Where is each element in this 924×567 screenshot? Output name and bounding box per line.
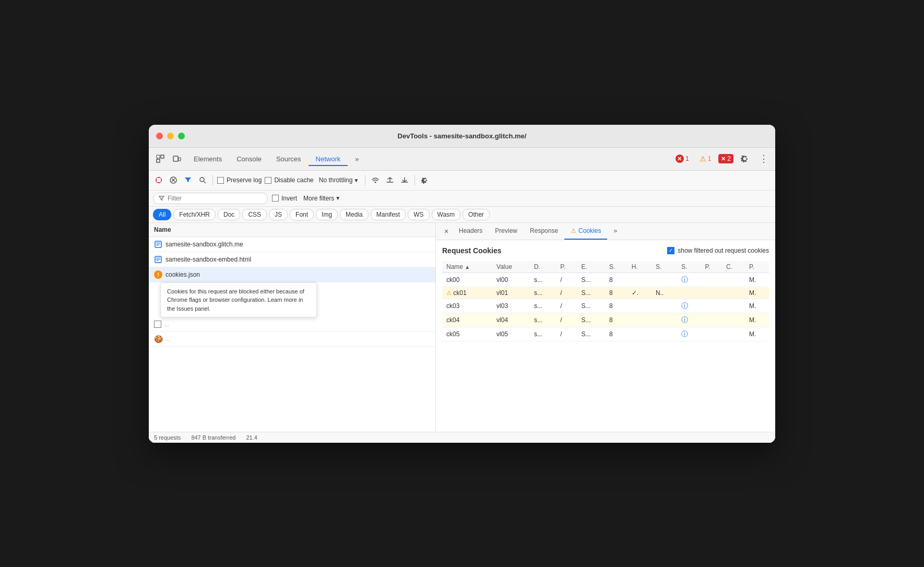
- filter-css[interactable]: CSS: [242, 209, 267, 220]
- tab-headers[interactable]: Headers: [453, 223, 489, 240]
- issue-x-icon: ✕: [721, 156, 726, 162]
- tab-response[interactable]: Response: [524, 223, 564, 240]
- col-p[interactable]: P.: [556, 261, 577, 273]
- col-e[interactable]: E.: [577, 261, 605, 273]
- device-toggle-icon[interactable]: [170, 151, 184, 166]
- col-s2[interactable]: S.: [651, 261, 677, 273]
- cookie-row-ck01[interactable]: ⚠ ck01 vl01 s... / S... 8 ✓. N..: [442, 287, 769, 299]
- cookie-row-ck04[interactable]: ck04 vl04 s... / S... 8 ⓘ: [442, 313, 769, 327]
- cookie-row-ck03[interactable]: ck03 vl03 s... / S... 8 ⓘ: [442, 299, 769, 313]
- col-value[interactable]: Value: [492, 261, 530, 273]
- error-count[interactable]: ✕ 1: [672, 153, 692, 164]
- col-name[interactable]: Name ▲: [442, 261, 492, 273]
- search-icon[interactable]: [197, 174, 208, 186]
- info-icon-2[interactable]: ⓘ: [681, 302, 688, 310]
- filter-type-bar: All Fetch/XHR Doc CSS JS Font Img Media …: [149, 207, 775, 223]
- preserve-log-checkbox[interactable]: [217, 177, 224, 184]
- col-h[interactable]: H.: [627, 261, 651, 273]
- warning-count[interactable]: ⚠ 1: [696, 153, 715, 164]
- disable-cache-checkbox[interactable]: [265, 177, 271, 184]
- preserve-log-label[interactable]: Preserve log: [217, 176, 262, 184]
- file-item-extra2[interactable]: 🍪 ...: [149, 332, 435, 347]
- separator-1: [212, 175, 213, 185]
- maximize-button[interactable]: [178, 133, 185, 139]
- tab-elements[interactable]: Elements: [186, 152, 229, 166]
- filter-js[interactable]: JS: [269, 209, 288, 220]
- info-icon-4[interactable]: ⓘ: [681, 330, 688, 338]
- cookie-icon: 🍪: [154, 335, 162, 343]
- stop-recording-icon[interactable]: [153, 174, 164, 186]
- cookie-name: ck03: [442, 299, 492, 313]
- upload-icon[interactable]: [384, 174, 396, 186]
- right-panel: × Headers Preview Response ⚠ Cookies » R…: [436, 223, 775, 432]
- tab-more[interactable]: »: [348, 152, 366, 166]
- col-s[interactable]: S.: [605, 261, 627, 273]
- warning-triangle-icon: ⚠: [700, 155, 706, 163]
- cookies-panel: Request Cookies ✓ show filtered out requ…: [436, 240, 775, 432]
- cookie-row-ck00[interactable]: ck00 vl00 s... / S... 8 ⓘ: [442, 273, 769, 287]
- filter-other[interactable]: Other: [463, 209, 490, 220]
- error-x-icon: ✕: [676, 155, 684, 163]
- tab-sources[interactable]: Sources: [269, 152, 309, 166]
- wifi-icon[interactable]: [370, 174, 381, 186]
- show-filtered-wrapper[interactable]: ✓ show filtered out request cookies: [667, 247, 769, 254]
- tab-network[interactable]: Network: [309, 152, 348, 166]
- file-item-samesite-embed[interactable]: samesite-sandbox-embed.html: [149, 252, 435, 267]
- invert-label[interactable]: Invert: [272, 195, 297, 202]
- network-settings-icon[interactable]: [419, 174, 431, 186]
- tab-console[interactable]: Console: [229, 152, 269, 166]
- filter-all[interactable]: All: [153, 209, 171, 220]
- throttle-dropdown[interactable]: No throttling ▼: [317, 175, 361, 185]
- cookie-row-ck05[interactable]: ck05 vl05 s... / S... 8 ⓘ: [442, 327, 769, 341]
- cookie-name: ck05: [442, 327, 492, 341]
- clear-icon[interactable]: [168, 174, 179, 186]
- panel-close-button[interactable]: ×: [440, 225, 453, 238]
- download-icon[interactable]: [399, 174, 410, 186]
- filter-ws[interactable]: WS: [408, 209, 429, 220]
- filter-manifest[interactable]: Manifest: [371, 209, 406, 220]
- disable-cache-label[interactable]: Disable cache: [265, 176, 313, 184]
- col-s3[interactable]: S.: [677, 261, 701, 273]
- cookie-value: vl00: [492, 273, 530, 287]
- filter-icon[interactable]: [182, 174, 194, 186]
- settings-icon[interactable]: [738, 151, 752, 166]
- filter-doc[interactable]: Doc: [218, 209, 240, 220]
- file-item-samesite-sandbox[interactable]: samesite-sandbox.glitch.me: [149, 237, 435, 252]
- issue-count[interactable]: ✕ 2: [718, 154, 733, 163]
- minimize-button[interactable]: [167, 133, 174, 139]
- filter-font[interactable]: Font: [290, 209, 314, 220]
- col-p2[interactable]: P.: [701, 261, 722, 273]
- cookie-value: vl01: [492, 287, 530, 299]
- filter-wasm[interactable]: Wasm: [432, 209, 461, 220]
- filter-text-input[interactable]: [168, 195, 262, 202]
- show-filtered-checkbox[interactable]: ✓: [667, 247, 674, 254]
- filter-fetch-xhr[interactable]: Fetch/XHR: [173, 209, 216, 220]
- cookie-name: ck04: [442, 313, 492, 327]
- info-icon[interactable]: ⓘ: [681, 276, 688, 284]
- invert-checkbox[interactable]: [272, 195, 279, 202]
- file-list: Name samesite-sandbox.glitch.me: [149, 223, 436, 432]
- filter-img[interactable]: Img: [316, 209, 338, 220]
- file-list-header: Name: [149, 223, 435, 237]
- tab-panel-more[interactable]: »: [607, 223, 623, 240]
- main-content: Name samesite-sandbox.glitch.me: [149, 223, 775, 432]
- filter-input-wrapper[interactable]: [153, 193, 268, 204]
- info-icon-3[interactable]: ⓘ: [681, 316, 688, 324]
- warning-circle-icon: !: [154, 270, 162, 279]
- tab-preview[interactable]: Preview: [489, 223, 524, 240]
- inspect-icon[interactable]: [153, 151, 168, 166]
- more-filters-dropdown[interactable]: More filters ▼: [301, 194, 342, 203]
- col-d[interactable]: D.: [530, 261, 556, 273]
- filter-media[interactable]: Media: [340, 209, 369, 220]
- file-item-extra1[interactable]: ...: [149, 317, 435, 332]
- svg-rect-6: [157, 178, 161, 182]
- file-item-cookies-json[interactable]: ! cookies.json: [149, 267, 435, 282]
- more-menu-icon[interactable]: ⋮: [756, 151, 771, 166]
- close-button[interactable]: [156, 133, 163, 139]
- tab-cookies[interactable]: ⚠ Cookies: [564, 223, 607, 240]
- row-warning-icon: ⚠: [446, 290, 452, 296]
- col-c[interactable]: C.: [722, 261, 745, 273]
- table-header-row: Name ▲ Value D. P. E. S. H. S. S. P. C.: [442, 261, 769, 273]
- col-p3[interactable]: P.: [745, 261, 769, 273]
- network-toolbar: Preserve log Disable cache No throttling…: [149, 171, 775, 191]
